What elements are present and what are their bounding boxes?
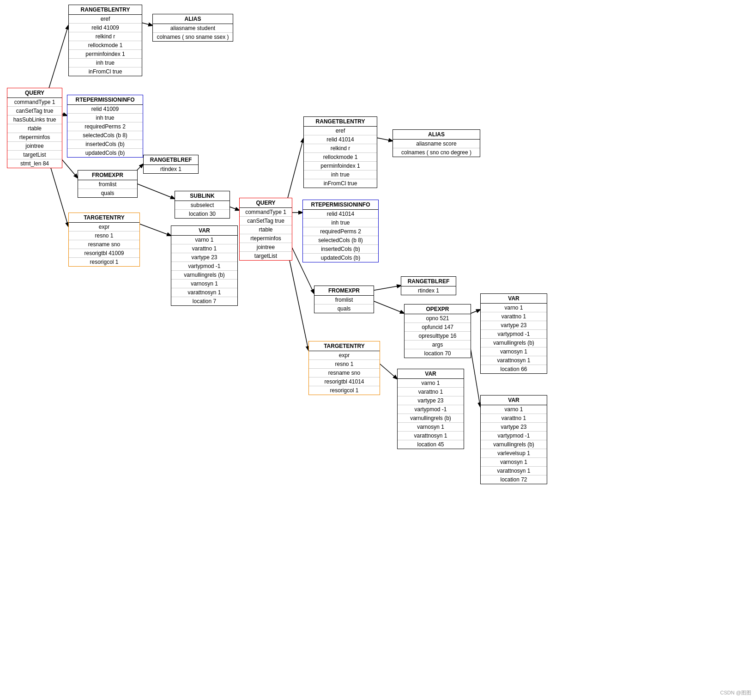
- query1-row2: hasSubLinks true: [7, 116, 62, 124]
- rangetblentry2-node: RANGETBLENTRY eref relid 41014 relkind r…: [303, 116, 377, 188]
- alias2-node: ALIAS aliasname score colnames ( sno cno…: [393, 129, 480, 157]
- var3-node: VAR varno 1 varattno 1 vartype 23 vartyp…: [480, 293, 547, 374]
- query2-node: QUERY commandType 1 canSetTag true rtabl…: [239, 198, 292, 261]
- query1-row6: targetList: [7, 151, 62, 159]
- rangetblref2-node: RANGETBLREF rtindex 1: [401, 276, 456, 295]
- query1-row3: rtable: [7, 124, 62, 133]
- query1-node: QUERY commandType 1 canSetTag true hasSu…: [7, 88, 62, 168]
- svg-line-9: [286, 139, 303, 203]
- targetentry1-node: TARGETENTRY expr resno 1 resname sno res…: [68, 213, 140, 267]
- rtepermissioninfo1-node: RTEPERMISSIONINFO relid 41009 inh true r…: [67, 95, 143, 158]
- svg-line-14: [369, 286, 401, 291]
- var1-node: VAR varno 1 varattno 1 vartype 23 vartyp…: [171, 225, 238, 306]
- svg-line-15: [369, 299, 404, 313]
- rangetblentry1-node: RANGETBLENTRY eref relid 41009 relkind r…: [68, 5, 142, 76]
- targetentry2-node: TARGETENTRY expr resno 1 resname sno res…: [308, 341, 380, 395]
- rangetblref1-node: RANGETBLREF rtindex 1: [143, 155, 199, 174]
- svg-line-6: [134, 183, 175, 199]
- watermark: CSDN @图图: [720, 689, 751, 696]
- fromexpr1-node: FROMEXPR fromlist quals: [78, 170, 138, 198]
- sublink-node: SUBLINK subselect location 30: [175, 191, 230, 219]
- var4-node: VAR varno 1 varattno 1 vartype 23 vartyp…: [480, 395, 547, 484]
- query1-row0: commandType 1: [7, 98, 62, 107]
- query1-row4: rteperminfos: [7, 133, 62, 142]
- diagram-container: QUERY commandType 1 canSetTag true hasSu…: [0, 0, 755, 700]
- rtepermissioninfo2-node: RTEPERMISSIONINFO relid 41014 inh true r…: [302, 200, 379, 262]
- query1-row1: canSetTag true: [7, 107, 62, 116]
- svg-line-0: [46, 25, 68, 97]
- opexpr-node: OPEXPR opno 521 opfuncid 147 opresulttyp…: [404, 304, 471, 358]
- query1-row7: stmt_len 84: [7, 159, 62, 168]
- alias1-node: ALIAS aliasname student colnames ( sno s…: [152, 14, 233, 42]
- query1-row5: jointree: [7, 142, 62, 151]
- fromexpr2-node: FROMEXPR fromlist quals: [314, 286, 374, 313]
- query1-title: QUERY: [7, 88, 62, 98]
- var2-node: VAR varno 1 varattno 1 vartype 23 vartyp…: [397, 369, 464, 449]
